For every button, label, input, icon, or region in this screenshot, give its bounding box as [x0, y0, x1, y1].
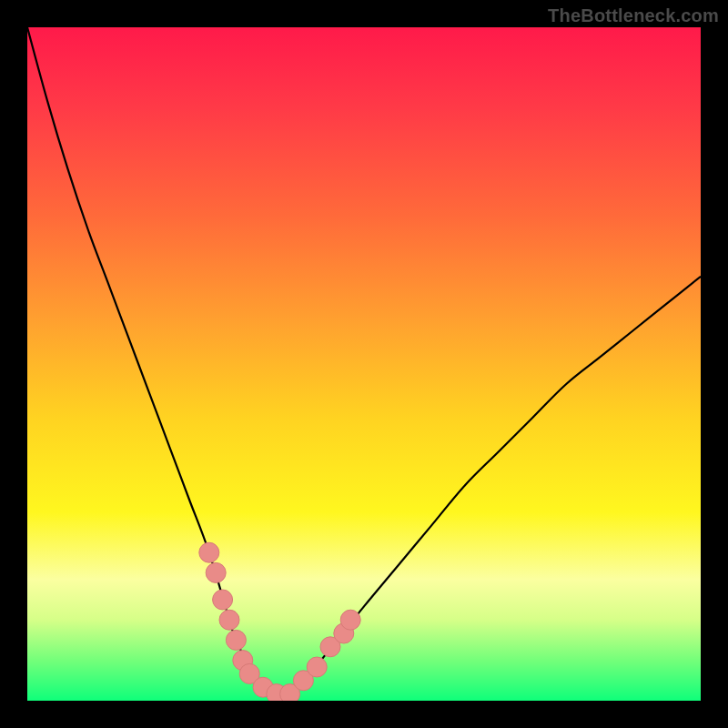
- chart-container: TheBottleneck.com: [0, 0, 728, 728]
- bottleneck-chart: [27, 27, 701, 701]
- data-marker: [206, 562, 226, 582]
- data-marker: [307, 657, 327, 677]
- watermark-text: TheBottleneck.com: [548, 5, 719, 26]
- data-marker: [199, 542, 219, 562]
- data-marker: [226, 630, 246, 650]
- data-marker: [219, 610, 239, 630]
- plot-background: [27, 27, 701, 701]
- data-marker: [340, 610, 360, 630]
- data-marker: [213, 590, 233, 610]
